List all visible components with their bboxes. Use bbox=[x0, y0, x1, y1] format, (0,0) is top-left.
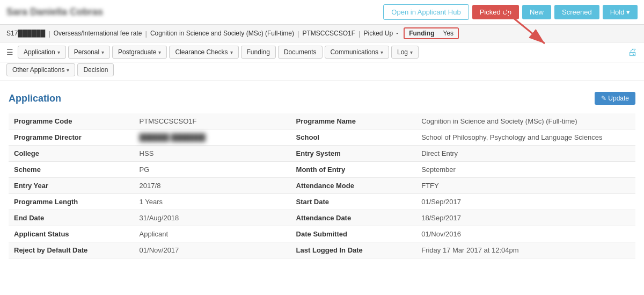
nav-other-applications[interactable]: Other Applications ▾ bbox=[6, 63, 75, 76]
field-label-right: Attendance Mode bbox=[291, 178, 416, 194]
funding-label: Funding bbox=[405, 28, 438, 38]
field-value-right: Direct Entry bbox=[416, 146, 635, 162]
log-caret: ▾ bbox=[410, 49, 413, 55]
field-value-left: 31/Aug/2018 bbox=[134, 210, 291, 226]
field-label-left: Programme Code bbox=[9, 113, 134, 129]
field-value-left: ██████ ███████ bbox=[134, 129, 291, 146]
field-value-right: Friday 17 Mar 2017 at 12:04pm bbox=[416, 242, 635, 258]
nav-application-label: Application bbox=[24, 48, 55, 56]
field-label-left: End Date bbox=[9, 210, 134, 226]
section-header: Application Update bbox=[9, 92, 635, 105]
nav-funding-label: Funding bbox=[247, 48, 270, 56]
nav-postgraduate[interactable]: Postgraduate ▾ bbox=[112, 46, 167, 59]
nav-documents[interactable]: Documents bbox=[278, 46, 323, 59]
nav-other-apps-label: Other Applications bbox=[12, 66, 64, 74]
programme-code: PTMSCCSCSO1F bbox=[302, 30, 355, 37]
field-value-left: Applicant bbox=[134, 226, 291, 242]
field-label-right: Start Date bbox=[291, 194, 416, 210]
postgraduate-caret: ▾ bbox=[158, 49, 161, 55]
nav-communications-label: Communications bbox=[331, 48, 378, 56]
field-label-left: Scheme bbox=[9, 162, 134, 178]
field-label-right: Entry System bbox=[291, 146, 416, 162]
nav-funding[interactable]: Funding bbox=[241, 46, 276, 59]
separator-3: | bbox=[297, 30, 299, 38]
table-row: Reject by Default Date 01/Nov/2017 Last … bbox=[9, 242, 635, 258]
nav-personal[interactable]: Personal ▾ bbox=[68, 46, 110, 59]
main-content: Application Update Programme Code PTMSCC… bbox=[0, 81, 644, 269]
programme-name: Cognition in Science and Society (MSc) (… bbox=[150, 30, 294, 37]
nav-documents-label: Documents bbox=[284, 48, 317, 56]
field-value-left: HSS bbox=[134, 146, 291, 162]
list-icon[interactable]: ☰ bbox=[6, 48, 13, 56]
nav-bar: ☰ Application ▾ Personal ▾ Postgraduate … bbox=[0, 42, 644, 62]
separator-1: | bbox=[48, 30, 50, 38]
table-row: Programme Code PTMSCCSCSO1F Programme Na… bbox=[9, 113, 635, 129]
table-row: Programme Length 1 Years Start Date 01/S… bbox=[9, 194, 635, 210]
top-actions: Open in Applicant Hub Picked Up New Scre… bbox=[383, 4, 638, 20]
separator-5: - bbox=[396, 30, 398, 37]
nav-communications[interactable]: Communications ▾ bbox=[325, 46, 389, 59]
nav-bar-second: Other Applications ▾ Decision bbox=[0, 62, 644, 81]
field-value-left: 2017/8 bbox=[134, 178, 291, 194]
table-row: Programme Director ██████ ███████ School… bbox=[9, 129, 635, 146]
top-bar: Sara Daniella Cobras Open in Applicant H… bbox=[0, 0, 644, 25]
field-label-left: College bbox=[9, 146, 134, 162]
screened-button[interactable]: Screened bbox=[554, 5, 599, 19]
picked-up-button[interactable]: Picked Up bbox=[472, 5, 519, 19]
fee-rate: Overseas/International fee rate bbox=[54, 30, 142, 37]
field-label-right: School bbox=[291, 129, 416, 146]
info-bar: S17██████ | Overseas/International fee r… bbox=[0, 25, 644, 42]
separator-2: | bbox=[145, 30, 147, 38]
update-button[interactable]: Update bbox=[595, 92, 635, 105]
table-row: Entry Year 2017/8 Attendance Mode FTFY bbox=[9, 178, 635, 194]
print-icon[interactable]: 🖨 bbox=[628, 47, 638, 58]
new-button[interactable]: New bbox=[522, 5, 551, 19]
field-value-right: September bbox=[416, 162, 635, 178]
info-bar-wrapper: S17██████ | Overseas/International fee r… bbox=[0, 25, 644, 42]
field-value-right: School of Philosophy, Psychology and Lan… bbox=[416, 129, 635, 146]
clearance-caret: ▾ bbox=[230, 49, 233, 55]
field-value-left: PTMSCCSCSO1F bbox=[134, 113, 291, 129]
nav-log[interactable]: Log ▾ bbox=[391, 46, 419, 59]
table-row: End Date 31/Aug/2018 Attendance Date 18/… bbox=[9, 210, 635, 226]
nav-personal-label: Personal bbox=[74, 48, 99, 56]
field-value-left: 1 Years bbox=[134, 194, 291, 210]
field-value-left: 01/Nov/2017 bbox=[134, 242, 291, 258]
field-value-left: PG bbox=[134, 162, 291, 178]
field-label-left: Applicant Status bbox=[9, 226, 134, 242]
applicant-name: Sara Daniella Cobras bbox=[6, 6, 103, 18]
hold-button[interactable]: Hold bbox=[603, 5, 638, 19]
field-label-right: Month of Entry bbox=[291, 162, 416, 178]
field-label-left: Reject by Default Date bbox=[9, 242, 134, 258]
other-apps-caret: ▾ bbox=[67, 67, 69, 73]
table-row: Scheme PG Month of Entry September bbox=[9, 162, 635, 178]
separator-4: | bbox=[358, 30, 360, 38]
nav-clearance-checks[interactable]: Clearance Checks ▾ bbox=[169, 46, 238, 59]
nav-decision-label: Decision bbox=[83, 66, 108, 74]
personal-caret: ▾ bbox=[101, 49, 104, 55]
nav-application[interactable]: Application ▾ bbox=[18, 46, 66, 59]
application-status: Picked Up bbox=[364, 30, 393, 37]
field-label-right: Programme Name bbox=[291, 113, 416, 129]
table-row: College HSS Entry System Direct Entry bbox=[9, 146, 635, 162]
field-label-left: Programme Length bbox=[9, 194, 134, 210]
section-title: Application bbox=[9, 93, 61, 104]
nav-decision[interactable]: Decision bbox=[77, 63, 114, 76]
field-label-right: Last Logged In Date bbox=[291, 242, 416, 258]
communications-caret: ▾ bbox=[380, 49, 383, 55]
field-value-right: FTFY bbox=[416, 178, 635, 194]
funding-value: Yes bbox=[439, 28, 458, 38]
application-table: Programme Code PTMSCCSCSO1F Programme Na… bbox=[9, 113, 635, 258]
student-id: S17██████ bbox=[6, 30, 45, 37]
field-label-right: Date Submitted bbox=[291, 226, 416, 242]
table-row: Applicant Status Applicant Date Submitte… bbox=[9, 226, 635, 242]
field-value-right: 01/Sep/2017 bbox=[416, 194, 635, 210]
nav-clearance-label: Clearance Checks bbox=[175, 48, 228, 56]
field-value-right: Cognition in Science and Society (MSc) (… bbox=[416, 113, 635, 129]
field-label-left: Entry Year bbox=[9, 178, 134, 194]
funding-box: Funding Yes bbox=[404, 27, 459, 39]
nav-log-label: Log bbox=[397, 48, 408, 56]
field-value-right: 01/Nov/2016 bbox=[416, 226, 635, 242]
open-hub-button[interactable]: Open in Applicant Hub bbox=[383, 4, 469, 20]
application-caret: ▾ bbox=[57, 49, 60, 55]
